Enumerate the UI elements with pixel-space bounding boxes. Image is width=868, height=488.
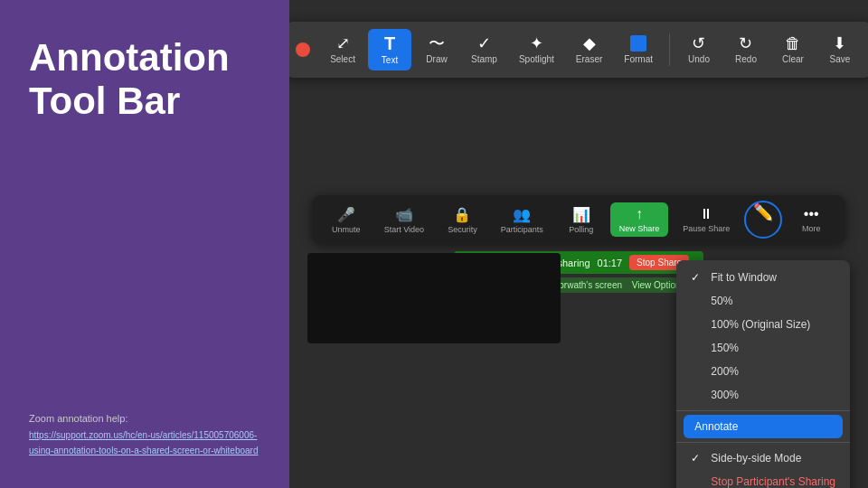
start-video-label: Start Video bbox=[384, 225, 424, 234]
stamp-icon: ✓ bbox=[477, 35, 491, 52]
participants-label: Participants bbox=[501, 225, 543, 234]
participants-icon: 👥 bbox=[513, 206, 531, 223]
polling-label: Polling bbox=[569, 225, 593, 234]
100pct-item[interactable]: 100% (Original Size) bbox=[676, 313, 850, 336]
start-video-button[interactable]: 📹 Start Video bbox=[375, 202, 433, 238]
save-label: Save bbox=[830, 54, 851, 64]
help-text: Zoom annotation help: bbox=[29, 413, 127, 424]
200pct-label: 200% bbox=[711, 365, 739, 378]
300pct-item[interactable]: 300% bbox=[676, 383, 850, 407]
annotate-dropdown-item[interactable]: Annotate bbox=[684, 415, 843, 438]
spotlight-label: Spotlight bbox=[519, 54, 554, 64]
text-label: Text bbox=[382, 55, 398, 65]
view-options-dropdown: ✓ Fit to Window 50% 100% (Original Size)… bbox=[676, 260, 850, 488]
share-icon: ↑ bbox=[636, 206, 643, 222]
page-title: Annotation Tool Bar bbox=[29, 36, 260, 124]
side-by-side-label: Side-by-side Mode bbox=[711, 452, 801, 465]
security-label: Security bbox=[448, 225, 477, 234]
dropdown-divider bbox=[676, 410, 850, 411]
format-label: Format bbox=[624, 54, 653, 64]
stop-participant-sharing-item[interactable]: Stop Participant's Sharing bbox=[676, 470, 850, 488]
spotlight-icon: ✦ bbox=[530, 35, 543, 52]
help-link[interactable]: https://support.zoom.us/hc/en-us/article… bbox=[29, 430, 258, 456]
zoom-meeting-bar: 🎤 Unmute 📹 Start Video 🔒 Security 👥 Part… bbox=[312, 195, 846, 244]
toolbar-clear[interactable]: 🗑 Clear bbox=[771, 30, 815, 70]
eraser-label: Eraser bbox=[576, 54, 602, 64]
150pct-label: 150% bbox=[711, 342, 739, 354]
text-icon: T bbox=[384, 34, 395, 52]
side-by-side-item[interactable]: ✓ Side-by-side Mode bbox=[676, 446, 850, 470]
side-by-side-check: ✓ bbox=[691, 452, 703, 465]
right-panel: ⤢ Select T Text 〜 Draw ✓ Stamp ✦ Spotlig… bbox=[289, 0, 868, 488]
left-panel: Annotation Tool Bar Zoom annotation help… bbox=[0, 0, 289, 488]
redo-icon: ↻ bbox=[739, 35, 752, 52]
redo-label: Redo bbox=[735, 54, 757, 64]
fit-window-item[interactable]: ✓ Fit to Window bbox=[676, 266, 850, 289]
annotate-icon: ✏️ bbox=[753, 202, 773, 222]
toolbar-draw[interactable]: 〜 Draw bbox=[415, 30, 458, 70]
security-icon: 🔒 bbox=[453, 206, 471, 223]
stamp-label: Stamp bbox=[471, 54, 497, 64]
participants-button[interactable]: 👥 Participants bbox=[492, 202, 552, 238]
video-icon: 📹 bbox=[395, 206, 413, 223]
50pct-item[interactable]: 50% bbox=[676, 289, 850, 313]
dropdown-divider-2 bbox=[676, 442, 850, 443]
300pct-label: 300% bbox=[711, 389, 739, 401]
annotation-toolbar: ⤢ Select T Text 〜 Draw ✓ Stamp ✦ Spotlig… bbox=[289, 22, 868, 78]
toolbar-undo[interactable]: ↺ Undo bbox=[677, 30, 721, 70]
clear-label: Clear bbox=[782, 54, 804, 64]
select-label: Select bbox=[330, 54, 355, 64]
200pct-item[interactable]: 200% bbox=[676, 360, 850, 383]
new-share-label: New Share bbox=[619, 224, 660, 233]
pause-share-button[interactable]: ⏸ Pause Share bbox=[674, 202, 739, 237]
more-label: More bbox=[802, 224, 821, 233]
toolbar-eraser[interactable]: ◆ Eraser bbox=[567, 30, 611, 70]
close-button[interactable] bbox=[296, 42, 310, 57]
format-icon bbox=[630, 35, 646, 52]
eraser-icon: ◆ bbox=[583, 35, 596, 52]
undo-icon: ↺ bbox=[692, 35, 705, 52]
toolbar-spotlight[interactable]: ✦ Spotlight bbox=[510, 30, 563, 70]
screen-content bbox=[307, 253, 561, 343]
select-icon: ⤢ bbox=[336, 35, 350, 52]
annotate-button[interactable]: ✏️ bbox=[744, 201, 782, 239]
toolbar-save[interactable]: ⬇ Save bbox=[818, 30, 862, 70]
toolbar-redo[interactable]: ↻ Redo bbox=[724, 30, 768, 70]
timer: 01:17 bbox=[598, 258, 623, 268]
stop-participant-label: Stop Participant's Sharing bbox=[711, 475, 835, 488]
unmute-label: Unmute bbox=[332, 225, 361, 234]
annotate-dropdown-label: Annotate bbox=[694, 420, 738, 433]
more-icon: ••• bbox=[804, 206, 819, 222]
draw-label: Draw bbox=[426, 54, 447, 64]
clear-icon: 🗑 bbox=[785, 35, 801, 52]
draw-icon: 〜 bbox=[429, 35, 445, 52]
security-button[interactable]: 🔒 Security bbox=[439, 202, 486, 238]
pause-share-label: Pause Share bbox=[683, 224, 730, 233]
new-share-button[interactable]: ↑ New Share bbox=[610, 202, 669, 237]
unmute-icon: 🎤 bbox=[337, 206, 355, 223]
undo-label: Undo bbox=[688, 54, 710, 64]
fit-window-label: Fit to Window bbox=[711, 271, 777, 284]
150pct-item[interactable]: 150% bbox=[676, 336, 850, 360]
unmute-button[interactable]: 🎤 Unmute bbox=[323, 202, 370, 238]
50pct-label: 50% bbox=[711, 295, 732, 307]
fit-window-check: ✓ bbox=[691, 271, 703, 284]
more-button[interactable]: ••• More bbox=[788, 202, 835, 237]
toolbar-divider bbox=[669, 33, 670, 66]
pause-icon: ⏸ bbox=[699, 206, 713, 222]
save-icon: ⬇ bbox=[833, 35, 846, 52]
polling-icon: 📊 bbox=[572, 206, 590, 223]
toolbar-format[interactable]: Format bbox=[615, 30, 662, 70]
toolbar-stamp[interactable]: ✓ Stamp bbox=[462, 30, 506, 70]
100pct-label: 100% (Original Size) bbox=[711, 318, 810, 331]
toolbar-text[interactable]: T Text bbox=[368, 29, 411, 70]
toolbar-select[interactable]: ⤢ Select bbox=[321, 30, 364, 70]
help-section: Zoom annotation help: https://support.zo… bbox=[29, 411, 260, 459]
polling-button[interactable]: 📊 Polling bbox=[558, 202, 605, 238]
